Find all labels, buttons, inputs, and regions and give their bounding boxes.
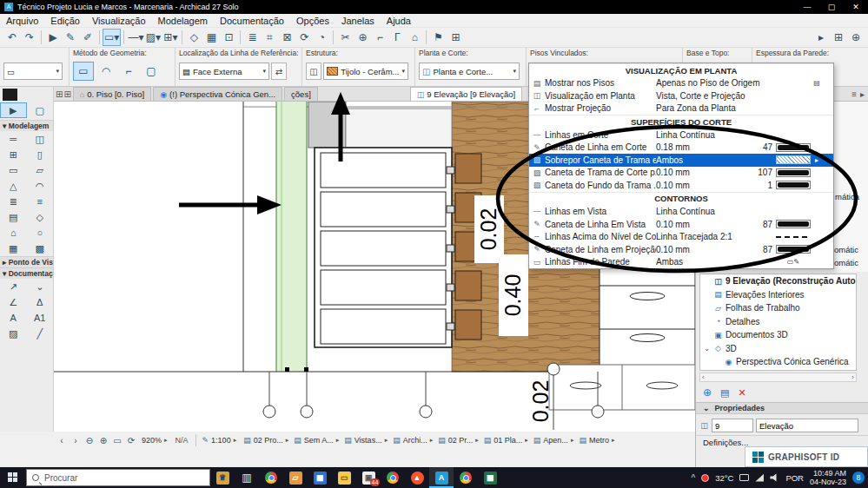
navigator-item-documentos-3d[interactable]: ▣Documentos 3D [700,328,856,342]
nav-forward-icon[interactable]: › [70,436,82,445]
rotate-icon[interactable]: ⟳ [295,29,313,46]
label-tool[interactable]: A1 [27,310,54,326]
minimize-button[interactable]: — [795,0,819,14]
volume-icon[interactable] [770,473,779,482]
shell-tool[interactable]: ◠ [27,178,54,194]
status-02-pr[interactable]: ▤02 Pr...▸ [435,433,481,447]
scroll-right-icon[interactable]: › [851,373,854,381]
toolbox-section-ponto-de-vista[interactable]: ▸ Ponto de Vista [0,256,53,267]
layers-icon[interactable]: ≣ [243,29,261,46]
fill-type-combo[interactable]: ▨▾ [144,29,162,46]
dropdown-item-mostrar-projecao[interactable]: ⌐Mostrar ProjeçãoPara Zona da Planta [529,102,833,115]
menu-visualizacao[interactable]: Visualização [86,16,152,26]
google-app-icon[interactable] [381,467,405,488]
status-archi[interactable]: ▤Archi...▸ [390,433,435,447]
tab-coes[interactable]: ções] [284,87,318,101]
status-metro[interactable]: ▤Metro▸ [576,433,617,447]
scale-select[interactable]: ✎ 1:100 ▸ [200,433,240,447]
language-indicator[interactable]: POR [785,473,804,483]
menu-arquivo[interactable]: Arquivo [0,16,44,26]
clock[interactable]: 10:49 AM 04-Nov-23 [810,469,846,486]
dropdown-item-linhas-fim-de-parede[interactable]: ▭Linhas Fim de ParedeAmbas▭✎ [529,255,833,268]
frame-icon[interactable]: ⊠ [278,29,295,46]
graphisoft-id-panel[interactable]: GRAPHISOFT ID [745,446,868,467]
dropdown-item-linhas-acima-do-nivel-de-co[interactable]: ╌Linhas Acima do Nível de Co...Linha Tra… [529,230,833,243]
tool-preset-combo[interactable]: ▭ ▾ [3,63,63,80]
tab-scroll-icon[interactable]: ▸ [860,89,865,99]
plan-display-combo[interactable]: ◫ Planta e Corte... ▾ [419,63,520,80]
start-button[interactable] [0,467,26,488]
navigator-item-perspectiva-conica-generica[interactable]: ◉Perspectiva Cónica Genérica [700,355,856,369]
zoom-out-icon[interactable]: ⊖ [83,436,96,445]
line-tool[interactable]: ╱ [27,326,54,341]
marquee-tool[interactable]: ▢ [27,102,54,118]
pharaoh-icon[interactable]: ♕ [210,467,235,488]
tab-0-piso-0-piso[interactable]: ⌂0. Piso [0. Piso] [73,87,151,101]
panels-icon[interactable]: ⊞ [447,29,464,46]
elevation-dimension-tool[interactable]: Δ [27,294,54,310]
dropdown-item-caneta-de-linha-em-projecao[interactable]: ✎Caneta de Linha em Projeção0.10 mm87 [529,243,833,256]
navigator-item-3d[interactable]: ⌄◇3D [700,342,856,356]
mesh-tool[interactable]: ▦ [0,241,27,256]
box-3d-icon[interactable]: ▦ [202,29,220,46]
weather-alert-icon[interactable] [701,474,709,482]
slab-tool[interactable]: ▱ [27,162,54,178]
dropdown-item-caneta-de-linha-em-vista[interactable]: ✎Caneta de Linha Em Vista0.10 mm87 [529,218,833,231]
menu-modelagem[interactable]: Modelagem [152,16,214,26]
grid-layout-icon[interactable]: ⊞ [56,89,63,99]
navigator-item-folhas-de-trabalho[interactable]: ▱Folhas de Trabalho [700,301,856,315]
palette-handle-icon[interactable] [3,89,17,101]
corner-tool-icon[interactable]: ⌐ [371,29,388,46]
dimension-tool[interactable]: ↗ [0,279,27,294]
reference-line-combo[interactable]: ▤ Face Externa ▾ [179,63,269,80]
level-dimension-tool[interactable]: ⌄ [27,279,54,294]
temperature-label[interactable]: 32°C [715,473,733,483]
dropdown-item-visualizacao-em-planta[interactable]: ◫Visualização em PlantaVista, Corte e Pr… [529,89,833,102]
sheets-icon[interactable]: ▦ [478,467,502,488]
geometry-straight-button[interactable]: ▭ [73,62,94,81]
menu-opcoes[interactable]: Opções [290,16,335,26]
chrome-icon[interactable] [259,467,283,488]
fill-tool[interactable]: ▨ [0,326,27,341]
trim-tool-icon[interactable]: Γ [388,29,406,46]
pencil-icon[interactable]: ✎ [62,29,79,46]
roof-tool[interactable]: △ [0,178,27,194]
add-viewpoint-button[interactable]: ⊕ [703,386,712,399]
hidden-icons-chevron[interactable]: ^ [691,473,695,483]
column-tool[interactable]: ▯ [27,147,54,162]
group-icon[interactable]: ⊡ [220,29,237,46]
scissors-icon[interactable]: ✂ [336,29,354,46]
beam-tool[interactable]: ▭ [0,162,27,178]
status-apen[interactable]: ▤Apen...▸ [531,433,577,447]
refresh-icon[interactable]: ⟳ [125,436,137,445]
menu-edicao[interactable]: Edição [44,16,86,26]
properties-header[interactable]: ⌄ Propriedades [696,402,868,414]
taskbar-search[interactable]: Procurar [26,469,210,486]
status-02-pro[interactable]: ▤02 Pro...▸ [241,433,291,447]
scroll-left-icon[interactable]: ‹ [702,373,705,381]
pointer-icon[interactable]: ▶ [44,29,62,46]
menu-ajuda[interactable]: Ajuda [381,16,417,26]
brave-icon[interactable]: ▲ [405,467,429,488]
status-vistas[interactable]: ▤Vistas...▸ [341,433,390,447]
dropdown-item-caneta-de-trama-de-corte-p[interactable]: ▨Caneta de Trama de Corte p...0.10 mm107 [529,167,833,180]
navigator-item-detalhes[interactable]: ◔Detalhes [700,315,856,329]
stair-tool[interactable]: ≣ [0,194,27,209]
morph-tool[interactable]: ◇ [27,209,54,225]
grid-snap-icon[interactable]: ⊞▾ [162,29,179,46]
window-tool[interactable]: ⊞ [0,147,27,162]
network-icon[interactable] [755,474,764,482]
select-mode-combo[interactable]: ▭▾ [103,29,121,46]
object-tool[interactable]: ⌂ [0,225,27,241]
lamp-tool[interactable]: ○ [27,225,54,241]
notification-badge[interactable]: 8 [852,472,865,484]
undo-icon[interactable]: ↶ [3,29,21,46]
office-app-icon[interactable]: ▱ [283,467,308,488]
toolbox-section-documentaca[interactable]: ▾ Documentaçã... [0,267,53,279]
navigator-scrollbar[interactable]: ‹ › [699,373,857,382]
tab-9-elevacao-9-elevacao[interactable]: ◫9 Elevação [9 Elevação] [410,87,522,101]
guides-icon[interactable]: ⌗ [261,29,278,46]
add-panel-icon[interactable]: ⊕ [847,29,865,46]
flip-reference-button[interactable]: ⇄ [271,63,287,80]
menu-janelas[interactable]: Janelas [335,16,381,26]
